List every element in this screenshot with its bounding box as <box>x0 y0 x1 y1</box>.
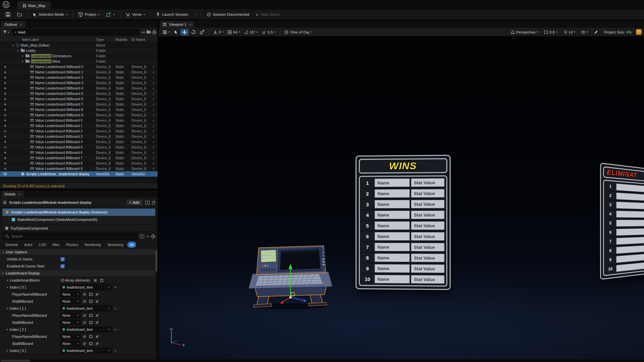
outliner-row[interactable]: ▾Leaderboard WinsFolder <box>0 59 158 64</box>
visibility-eye-icon[interactable] <box>0 173 10 175</box>
project-size-indicator[interactable]: Project Size: 4% <box>602 29 633 36</box>
expander-icon[interactable]: ▾ <box>21 60 24 63</box>
close-icon[interactable]: × <box>18 192 20 196</box>
use-selected-icon[interactable]: ↺ <box>82 341 87 346</box>
launch-options-kebab-icon[interactable]: ⋮ <box>192 12 199 17</box>
save-button[interactable] <box>3 10 13 18</box>
split-view-icon[interactable] <box>145 201 150 204</box>
outliner-row[interactable]: Name Leaderboard Billboard 0Device_EStat… <box>0 64 158 69</box>
viewport-menu-button[interactable]: ▾ <box>161 29 171 36</box>
horizontal-scrollbar-thumb[interactable] <box>1 360 30 362</box>
perspective-dropdown[interactable]: Perspective ▾ <box>509 29 540 36</box>
outliner-row[interactable]: Name Leaderboard Billboard 1Device_EStat… <box>0 69 158 75</box>
browse-icon[interactable] <box>88 299 93 304</box>
row-pin-icon[interactable] <box>0 114 10 116</box>
details-tab-all[interactable]: All <box>127 242 137 248</box>
column-mobility[interactable]: Mobility <box>115 38 131 42</box>
row-pin-icon[interactable] <box>0 141 10 143</box>
checkbox[interactable]: ✓ <box>60 264 65 268</box>
content-browser-button[interactable] <box>14 10 25 18</box>
outliner-row[interactable]: Value Leaderboard Billboard 2Device_ESta… <box>0 128 158 134</box>
details-search-input[interactable] <box>11 234 135 238</box>
expander-icon[interactable]: ▾ <box>16 49 19 52</box>
row-pin-icon[interactable] <box>0 146 10 148</box>
details-tab[interactable]: Details × <box>1 191 24 197</box>
column-id-name[interactable]: ID Name <box>131 38 150 42</box>
use-selected-icon[interactable]: ↺ <box>82 334 87 339</box>
browse-icon[interactable] <box>88 341 93 346</box>
column-type[interactable]: Type <box>96 38 115 42</box>
row-pin-icon[interactable] <box>0 82 10 84</box>
time-of-day-dropdown[interactable]: Time of Day ▾ <box>283 29 314 36</box>
element-options-icon[interactable]: ▾ <box>115 349 116 352</box>
rotation-snap-dropdown[interactable]: 15° ▾ <box>243 29 260 36</box>
new-folder-icon[interactable] <box>147 31 151 34</box>
row-pin-icon[interactable] <box>0 120 10 121</box>
details-tab-physics[interactable]: Physics <box>63 242 81 248</box>
outliner-tree[interactable]: ▾Main_Map (Editor)World▾LobbyFolder▾Lead… <box>0 43 158 183</box>
translate-tool-button[interactable] <box>180 29 189 36</box>
details-tab-general[interactable]: General <box>3 242 20 248</box>
component-tree[interactable]: Scripts-LeaderboardModule-leaderboard di… <box>2 208 156 232</box>
eyedropper-icon[interactable] <box>95 320 100 325</box>
row-pin-icon[interactable] <box>0 125 10 127</box>
level-tab[interactable]: Main_Map <box>17 1 51 9</box>
column-item-label[interactable]: Item Label <box>10 38 96 42</box>
outliner-row[interactable]: Name Leaderboard Billboard 6Device_EStat… <box>0 96 158 102</box>
viewport-3d-scene[interactable]: WINS 1NameStat Value2NameStat Value3Name… <box>159 37 644 359</box>
memory-indicator-icon[interactable] <box>636 29 642 35</box>
details-search-box[interactable] <box>3 233 138 240</box>
search-options-icon[interactable]: ⊕▾ <box>141 31 145 34</box>
screen-percentage-dropdown[interactable]: 0.8 ▾ <box>542 29 559 36</box>
outliner-row[interactable]: Value Leaderboard Billboard 7Device_ESta… <box>0 155 158 161</box>
row-pin-icon[interactable] <box>0 98 10 100</box>
browse-icon[interactable] <box>88 313 93 318</box>
outliner-tab[interactable]: Outliner × <box>1 21 25 28</box>
eyedropper-icon[interactable] <box>95 313 100 318</box>
details-properties[interactable]: ▾User OptionsVisible in Game✓Enabled At … <box>0 249 158 359</box>
outliner-settings-gear-icon[interactable] <box>152 31 156 34</box>
lock-icon[interactable] <box>152 202 155 204</box>
row-pin-icon[interactable] <box>0 87 10 89</box>
item-type-dropdown[interactable]: leaderboard_item▾ <box>60 348 111 353</box>
use-selected-icon[interactable]: ↺ <box>82 320 87 325</box>
close-icon[interactable]: × <box>20 22 22 26</box>
chevron-down-icon[interactable]: ▾ <box>7 328 8 331</box>
item-type-dropdown[interactable]: leaderboard_item▾ <box>60 285 111 290</box>
eyedropper-icon[interactable] <box>95 334 100 339</box>
favorites-star-icon[interactable]: ★ <box>147 235 149 238</box>
row-pin-icon[interactable] <box>0 77 10 78</box>
outliner-row[interactable]: Value Leaderboard Billboard 0Device_ESta… <box>0 118 158 123</box>
outliner-search-box[interactable]: × <box>12 29 140 36</box>
details-tab-misc[interactable]: Misc <box>50 242 62 248</box>
rotate-tool-button[interactable] <box>190 29 197 36</box>
outliner-row[interactable]: Name Leaderboard Billboard 8Device_EStat… <box>0 107 158 112</box>
outliner-row[interactable]: Scripts-Leaderboar...leaderboard display… <box>0 171 158 177</box>
add-component-button[interactable]: + Add <box>126 199 143 206</box>
element-options-icon[interactable]: ▾ <box>115 328 116 331</box>
row-pin-icon[interactable] <box>0 71 10 73</box>
chevron-down-icon[interactable]: ▾ <box>7 349 8 352</box>
use-selected-icon[interactable]: ↺ <box>82 299 87 304</box>
chevron-down-icon[interactable]: ▾ <box>7 286 8 289</box>
view-mode-dropdown[interactable]: Lit ▾ <box>562 29 577 36</box>
clear-search-icon[interactable]: × <box>14 30 16 34</box>
row-pin-icon[interactable] <box>0 168 10 170</box>
expander-icon[interactable]: ▾ <box>21 55 24 58</box>
use-selected-icon[interactable]: ↺ <box>82 313 87 318</box>
outliner-row[interactable]: Value Leaderboard Billboard 6Device_ESta… <box>0 150 158 155</box>
eyedropper-icon[interactable] <box>95 292 100 297</box>
outliner-row[interactable]: ▾Main_Map (Editor)World <box>0 43 158 48</box>
launch-session-button[interactable]: Launch Session <box>153 10 191 18</box>
select-tool-button[interactable] <box>172 29 179 36</box>
details-tab-rendering[interactable]: Rendering <box>82 242 103 248</box>
outliner-search-input[interactable] <box>18 30 137 34</box>
outliner-row[interactable]: Value Leaderboard Billboard 8Device_ESta… <box>0 161 158 166</box>
details-settings-gear-icon[interactable] <box>151 235 155 238</box>
eyedropper-icon[interactable] <box>95 341 100 346</box>
reference-dropdown[interactable]: None▾ <box>60 299 80 304</box>
checkbox[interactable]: ✓ <box>60 257 65 261</box>
reference-dropdown[interactable]: None▾ <box>60 341 80 346</box>
wins-leaderboard-board[interactable]: WINS 1NameStat Value2NameStat Value3Name… <box>355 155 450 290</box>
reference-dropdown[interactable]: None▾ <box>60 313 80 318</box>
